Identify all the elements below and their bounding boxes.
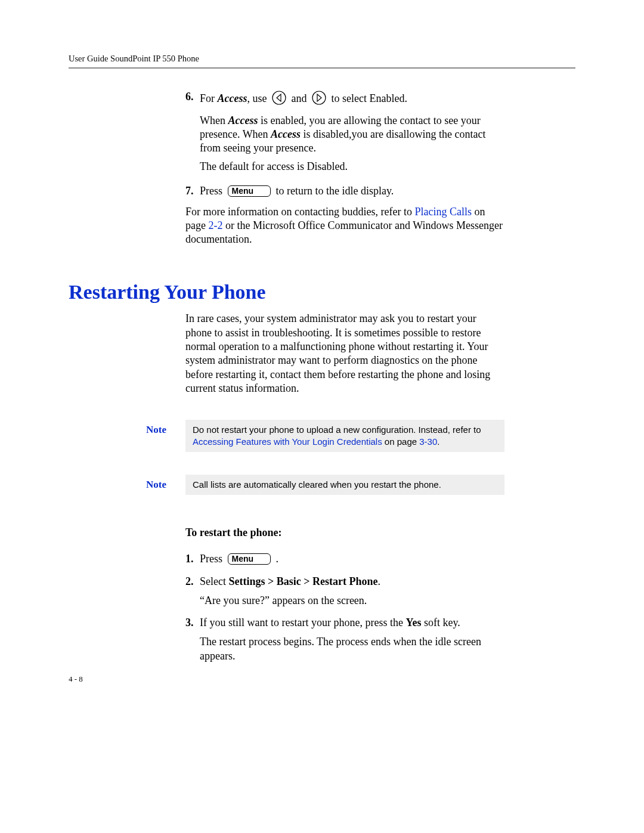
restart-steps-block: To restart the phone: 1. Press Menu . 2.…: [185, 526, 504, 663]
step-6-subpara-a: When Access is enabled, you are allowing…: [200, 114, 504, 155]
more-info-paragraph: For more information on contacting buddi…: [185, 205, 504, 246]
restart-step-1-text: Press Menu .: [200, 553, 278, 565]
emphasis-path: Settings > Basic > Restart Phone: [228, 575, 377, 587]
top-steps-block: 6. For Access, use and: [69, 90, 575, 246]
section-intro: In rare cases, your system administrator…: [185, 312, 504, 395]
text-fragment: When: [200, 114, 228, 126]
text-fragment: soft key.: [421, 617, 460, 628]
note-2-box: Call lists are automatically cleared whe…: [185, 475, 504, 495]
running-head: User Guide SoundPoint IP 550 Phone: [69, 54, 575, 64]
emphasis-access: Access: [271, 128, 301, 140]
nav-right-icon: [311, 90, 327, 109]
link-page-ref[interactable]: 2-2: [208, 219, 222, 231]
text-fragment: Select: [200, 575, 228, 587]
text-fragment: For more information on contacting buddi…: [185, 206, 414, 218]
restart-step-3-number: 3.: [185, 616, 194, 630]
step-6: 6. For Access, use and: [185, 90, 504, 174]
step-6-text: For Access, use and: [200, 92, 407, 104]
text-fragment: and: [292, 92, 310, 104]
menu-key-icon: Menu: [228, 185, 271, 197]
text-fragment: to select Enabled.: [332, 92, 407, 104]
text-fragment: If you still want to restart your phone,…: [200, 617, 405, 628]
svg-marker-1: [277, 94, 281, 101]
page-number: 4 - 8: [69, 674, 83, 684]
restart-step-2: 2. Select Settings > Basic > Restart Pho…: [185, 575, 504, 608]
link-placing-calls[interactable]: Placing Calls: [414, 206, 472, 218]
restart-step-2-number: 2.: [185, 575, 194, 589]
text-fragment: Do not restart your phone to upload a ne…: [193, 425, 481, 435]
note-label: Note: [146, 475, 185, 491]
text-fragment: or the Microsoft Office Communicator and…: [185, 219, 503, 245]
text-fragment: Press: [200, 553, 225, 565]
note-label: Note: [146, 420, 185, 436]
step-6-number: 6.: [185, 90, 194, 104]
restart-step-1: 1. Press Menu .: [185, 552, 504, 566]
text-fragment: .: [276, 553, 279, 565]
task-title: To restart the phone:: [185, 526, 504, 540]
nav-left-icon: [271, 90, 287, 109]
text-fragment: to return to the idle display.: [276, 185, 394, 197]
restart-step-3-sub: The restart process begins. The process …: [200, 635, 504, 664]
emphasis-yes: Yes: [405, 617, 421, 628]
svg-marker-3: [317, 94, 321, 101]
emphasis-access: Access: [228, 114, 258, 126]
svg-point-0: [273, 91, 286, 104]
restart-step-1-number: 1.: [185, 552, 194, 566]
note-1: Note Do not restart your phone to upload…: [146, 420, 575, 453]
section-heading-restarting: Restarting Your Phone: [69, 281, 575, 304]
text-fragment: For: [200, 92, 218, 104]
link-accessing-features[interactable]: Accessing Features with Your Login Crede…: [193, 436, 382, 447]
link-page-ref[interactable]: 3-30: [419, 436, 437, 447]
restart-step-3: 3. If you still want to restart your pho…: [185, 616, 504, 663]
note-2: Note Call lists are automatically cleare…: [146, 475, 575, 495]
emphasis-access: Access: [218, 92, 247, 104]
text-fragment: .: [377, 575, 380, 587]
restart-step-2-text: Select Settings > Basic > Restart Phone.: [200, 575, 380, 587]
text-fragment: Press: [200, 185, 225, 197]
note-1-box: Do not restart your phone to upload a ne…: [185, 420, 504, 453]
menu-key-icon: Menu: [228, 553, 271, 565]
text-fragment: .: [437, 436, 439, 447]
page: User Guide SoundPoint IP 550 Phone 6. Fo…: [0, 0, 644, 833]
restart-step-3-text: If you still want to restart your phone,…: [200, 617, 460, 628]
text-fragment: on page: [382, 436, 420, 447]
restart-step-2-sub: “Are you sure?” appears on the screen.: [200, 594, 504, 608]
step-7: 7. Press Menu to return to the idle disp…: [185, 184, 504, 198]
step-7-number: 7.: [185, 184, 194, 198]
step-6-subpara-b: The default for access is Disabled.: [200, 160, 504, 174]
header-rule: [69, 67, 575, 69]
svg-point-2: [312, 91, 326, 104]
step-7-text: Press Menu to return to the idle display…: [200, 185, 394, 197]
text-fragment: , use: [247, 92, 270, 104]
